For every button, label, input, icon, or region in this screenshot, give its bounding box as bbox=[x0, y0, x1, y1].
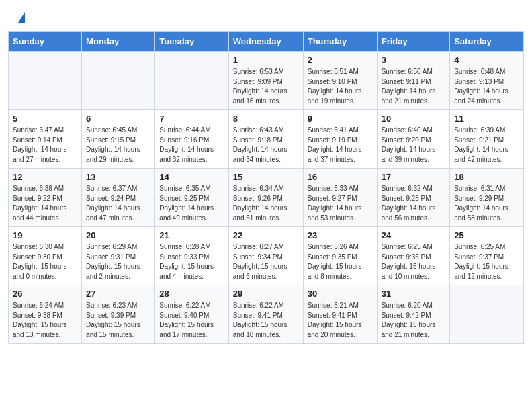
day-info: Sunrise: 6:50 AMSunset: 9:11 PMDaylight:… bbox=[382, 67, 446, 106]
day-info: Sunrise: 6:22 AMSunset: 9:40 PMDaylight:… bbox=[159, 301, 224, 340]
day-info: Sunrise: 6:27 AMSunset: 9:34 PMDaylight:… bbox=[233, 242, 299, 281]
day-number: 19 bbox=[13, 230, 77, 240]
day-number: 11 bbox=[454, 113, 519, 124]
calendar-cell: 21Sunrise: 6:28 AMSunset: 9:33 PMDayligh… bbox=[155, 227, 228, 285]
calendar-cell: 12Sunrise: 6:38 AMSunset: 9:22 PMDayligh… bbox=[9, 169, 82, 227]
day-number: 24 bbox=[382, 230, 446, 240]
weekday-header-saturday: Saturday bbox=[450, 32, 524, 52]
calendar-cell: 31Sunrise: 6:20 AMSunset: 9:42 PMDayligh… bbox=[377, 285, 450, 344]
day-number: 21 bbox=[159, 230, 224, 240]
weekday-header-friday: Friday bbox=[377, 32, 450, 52]
day-number: 14 bbox=[159, 172, 224, 182]
calendar-cell bbox=[450, 285, 524, 344]
calendar-cell: 29Sunrise: 6:22 AMSunset: 9:41 PMDayligh… bbox=[228, 285, 303, 344]
calendar-cell: 25Sunrise: 6:25 AMSunset: 9:37 PMDayligh… bbox=[450, 227, 524, 285]
day-info: Sunrise: 6:28 AMSunset: 9:33 PMDaylight:… bbox=[159, 242, 224, 281]
day-info: Sunrise: 6:48 AMSunset: 9:13 PMDaylight:… bbox=[454, 67, 519, 106]
day-info: Sunrise: 6:41 AMSunset: 9:19 PMDaylight:… bbox=[308, 126, 373, 165]
day-number: 9 bbox=[308, 113, 373, 124]
day-info: Sunrise: 6:31 AMSunset: 9:29 PMDaylight:… bbox=[454, 184, 519, 223]
day-info: Sunrise: 6:32 AMSunset: 9:28 PMDaylight:… bbox=[382, 184, 446, 223]
day-number: 31 bbox=[382, 289, 446, 299]
day-number: 30 bbox=[308, 289, 373, 299]
calendar-week-row: 1Sunrise: 6:53 AMSunset: 9:09 PMDaylight… bbox=[9, 52, 524, 110]
calendar-week-row: 5Sunrise: 6:47 AMSunset: 9:14 PMDaylight… bbox=[9, 110, 524, 169]
calendar-cell: 28Sunrise: 6:22 AMSunset: 9:40 PMDayligh… bbox=[155, 285, 228, 344]
day-info: Sunrise: 6:26 AMSunset: 9:35 PMDaylight:… bbox=[308, 242, 373, 281]
day-number: 20 bbox=[86, 230, 150, 240]
calendar-cell: 5Sunrise: 6:47 AMSunset: 9:14 PMDaylight… bbox=[9, 110, 82, 169]
day-number: 6 bbox=[86, 113, 150, 124]
day-info: Sunrise: 6:34 AMSunset: 9:26 PMDaylight:… bbox=[233, 184, 299, 223]
calendar-cell: 23Sunrise: 6:26 AMSunset: 9:35 PMDayligh… bbox=[303, 227, 377, 285]
calendar-table: SundayMondayTuesdayWednesdayThursdayFrid… bbox=[8, 31, 524, 344]
day-number: 8 bbox=[233, 113, 299, 124]
weekday-header-sunday: Sunday bbox=[9, 32, 82, 52]
logo-triangle-icon bbox=[18, 12, 25, 23]
page-header bbox=[0, 0, 532, 31]
calendar-cell: 8Sunrise: 6:43 AMSunset: 9:18 PMDaylight… bbox=[228, 110, 303, 169]
day-info: Sunrise: 6:21 AMSunset: 9:41 PMDaylight:… bbox=[308, 301, 373, 340]
day-number: 5 bbox=[13, 113, 77, 124]
day-info: Sunrise: 6:40 AMSunset: 9:20 PMDaylight:… bbox=[382, 126, 446, 165]
calendar-wrapper: SundayMondayTuesdayWednesdayThursdayFrid… bbox=[0, 31, 532, 352]
day-number: 22 bbox=[233, 230, 299, 240]
day-number: 29 bbox=[233, 289, 299, 299]
calendar-cell: 13Sunrise: 6:37 AMSunset: 9:24 PMDayligh… bbox=[82, 169, 155, 227]
day-number: 10 bbox=[382, 113, 446, 124]
calendar-cell: 19Sunrise: 6:30 AMSunset: 9:30 PMDayligh… bbox=[9, 227, 82, 285]
day-info: Sunrise: 6:53 AMSunset: 9:09 PMDaylight:… bbox=[233, 67, 299, 106]
calendar-cell: 16Sunrise: 6:33 AMSunset: 9:27 PMDayligh… bbox=[303, 169, 377, 227]
day-info: Sunrise: 6:22 AMSunset: 9:41 PMDaylight:… bbox=[233, 301, 299, 340]
calendar-cell: 27Sunrise: 6:23 AMSunset: 9:39 PMDayligh… bbox=[82, 285, 155, 344]
day-info: Sunrise: 6:47 AMSunset: 9:14 PMDaylight:… bbox=[13, 126, 77, 165]
day-info: Sunrise: 6:30 AMSunset: 9:30 PMDaylight:… bbox=[13, 242, 77, 281]
weekday-header-wednesday: Wednesday bbox=[228, 32, 303, 52]
day-number: 3 bbox=[382, 55, 446, 65]
calendar-week-row: 26Sunrise: 6:24 AMSunset: 9:38 PMDayligh… bbox=[9, 285, 524, 344]
day-number: 27 bbox=[86, 289, 150, 299]
calendar-cell: 30Sunrise: 6:21 AMSunset: 9:41 PMDayligh… bbox=[303, 285, 377, 344]
calendar-cell: 20Sunrise: 6:29 AMSunset: 9:31 PMDayligh… bbox=[82, 227, 155, 285]
calendar-cell bbox=[9, 52, 82, 110]
calendar-cell: 11Sunrise: 6:39 AMSunset: 9:21 PMDayligh… bbox=[450, 110, 524, 169]
calendar-cell: 14Sunrise: 6:35 AMSunset: 9:25 PMDayligh… bbox=[155, 169, 228, 227]
day-number: 28 bbox=[159, 289, 224, 299]
day-number: 17 bbox=[382, 172, 446, 182]
day-number: 16 bbox=[308, 172, 373, 182]
calendar-cell: 18Sunrise: 6:31 AMSunset: 9:29 PMDayligh… bbox=[450, 169, 524, 227]
calendar-cell: 7Sunrise: 6:44 AMSunset: 9:16 PMDaylight… bbox=[155, 110, 228, 169]
day-number: 25 bbox=[454, 230, 519, 240]
calendar-cell: 1Sunrise: 6:53 AMSunset: 9:09 PMDaylight… bbox=[228, 52, 303, 110]
calendar-cell: 4Sunrise: 6:48 AMSunset: 9:13 PMDaylight… bbox=[450, 52, 524, 110]
day-number: 2 bbox=[308, 55, 373, 65]
calendar-cell: 9Sunrise: 6:41 AMSunset: 9:19 PMDaylight… bbox=[303, 110, 377, 169]
weekday-header-row: SundayMondayTuesdayWednesdayThursdayFrid… bbox=[9, 32, 524, 52]
calendar-cell: 17Sunrise: 6:32 AMSunset: 9:28 PMDayligh… bbox=[377, 169, 450, 227]
calendar-cell bbox=[82, 52, 155, 110]
calendar-cell: 6Sunrise: 6:45 AMSunset: 9:15 PMDaylight… bbox=[82, 110, 155, 169]
day-info: Sunrise: 6:29 AMSunset: 9:31 PMDaylight:… bbox=[86, 242, 150, 281]
logo bbox=[16, 12, 25, 24]
calendar-cell: 3Sunrise: 6:50 AMSunset: 9:11 PMDaylight… bbox=[377, 52, 450, 110]
day-number: 12 bbox=[13, 172, 77, 182]
calendar-cell: 10Sunrise: 6:40 AMSunset: 9:20 PMDayligh… bbox=[377, 110, 450, 169]
calendar-cell: 26Sunrise: 6:24 AMSunset: 9:38 PMDayligh… bbox=[9, 285, 82, 344]
day-info: Sunrise: 6:38 AMSunset: 9:22 PMDaylight:… bbox=[13, 184, 77, 223]
day-info: Sunrise: 6:44 AMSunset: 9:16 PMDaylight:… bbox=[159, 126, 224, 165]
day-info: Sunrise: 6:25 AMSunset: 9:36 PMDaylight:… bbox=[382, 242, 446, 281]
weekday-header-thursday: Thursday bbox=[303, 32, 377, 52]
day-number: 23 bbox=[308, 230, 373, 240]
day-info: Sunrise: 6:24 AMSunset: 9:38 PMDaylight:… bbox=[13, 301, 77, 340]
calendar-week-row: 19Sunrise: 6:30 AMSunset: 9:30 PMDayligh… bbox=[9, 227, 524, 285]
day-info: Sunrise: 6:35 AMSunset: 9:25 PMDaylight:… bbox=[159, 184, 224, 223]
day-info: Sunrise: 6:43 AMSunset: 9:18 PMDaylight:… bbox=[233, 126, 299, 165]
day-info: Sunrise: 6:39 AMSunset: 9:21 PMDaylight:… bbox=[454, 126, 519, 165]
calendar-cell: 22Sunrise: 6:27 AMSunset: 9:34 PMDayligh… bbox=[228, 227, 303, 285]
calendar-cell: 2Sunrise: 6:51 AMSunset: 9:10 PMDaylight… bbox=[303, 52, 377, 110]
day-number: 18 bbox=[454, 172, 519, 182]
calendar-week-row: 12Sunrise: 6:38 AMSunset: 9:22 PMDayligh… bbox=[9, 169, 524, 227]
day-number: 4 bbox=[454, 55, 519, 65]
calendar-cell: 15Sunrise: 6:34 AMSunset: 9:26 PMDayligh… bbox=[228, 169, 303, 227]
day-info: Sunrise: 6:25 AMSunset: 9:37 PMDaylight:… bbox=[454, 242, 519, 281]
